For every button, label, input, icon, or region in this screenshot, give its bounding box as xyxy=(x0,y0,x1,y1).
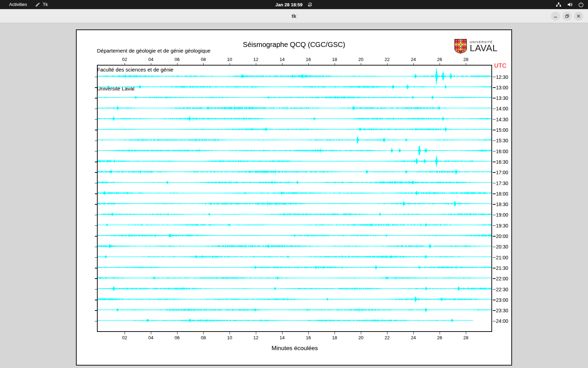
x-tick-label-top: 02 xyxy=(122,57,127,62)
trace-tick-right xyxy=(493,268,496,268)
x-tick-bottom xyxy=(413,332,414,334)
x-tick-bottom xyxy=(203,332,204,334)
x-tick-label-bottom: 06 xyxy=(175,335,180,340)
trace-tick-left xyxy=(95,130,98,130)
x-tick-top xyxy=(256,63,257,66)
trace-tick-right xyxy=(493,257,496,258)
trace-tick-left xyxy=(95,151,98,152)
trace-tick-left xyxy=(95,193,98,194)
trace-time-label: 19:30 xyxy=(496,223,508,229)
x-tick-label-bottom: 04 xyxy=(148,335,153,340)
trace-time-label: 23:30 xyxy=(496,308,508,313)
x-tick-label-top: 16 xyxy=(306,57,311,62)
trace-tick-left xyxy=(95,268,98,268)
trace-time-label: 23:00 xyxy=(496,297,508,303)
trace-tick-left xyxy=(95,310,98,311)
x-tick-top xyxy=(203,63,204,66)
trace-time-label: 13:00 xyxy=(496,85,508,90)
x-tick-bottom xyxy=(177,332,178,334)
trace-time-label: 21:30 xyxy=(496,265,508,271)
x-tick-top xyxy=(440,63,440,66)
x-tick-label-top: 26 xyxy=(437,57,442,62)
x-tick-label-bottom: 18 xyxy=(332,335,337,340)
trace-tick-left xyxy=(95,162,98,162)
close-button[interactable] xyxy=(574,12,583,21)
app-menu[interactable]: Tk xyxy=(35,0,48,9)
window-title: tk xyxy=(0,9,588,23)
trace-time-label: 18:30 xyxy=(496,202,508,207)
x-tick-label-bottom: 24 xyxy=(411,335,416,340)
trace-tick-left xyxy=(95,278,98,279)
network-icon xyxy=(556,2,561,7)
trace-tick-left xyxy=(95,321,98,322)
trace-tick-right xyxy=(493,215,496,216)
trace-time-label: 24:00 xyxy=(496,318,508,324)
trace-tick-left xyxy=(95,257,98,258)
system-status-area[interactable] xyxy=(556,0,584,9)
trace-time-label: 18:00 xyxy=(496,191,508,197)
trace-tick-left xyxy=(95,215,98,216)
x-tick-bottom xyxy=(440,332,440,334)
trace-time-label: 19:00 xyxy=(496,212,508,218)
seismograph-canvas-panel: Département de géologie et de génie géol… xyxy=(76,29,512,366)
trace-time-label: 20:30 xyxy=(496,244,508,250)
maximize-button[interactable] xyxy=(562,12,572,21)
clock[interactable]: Jan 28 18:59 xyxy=(275,2,302,7)
x-tick-label-top: 04 xyxy=(148,57,153,62)
trace-time-label: 22:00 xyxy=(496,276,508,281)
x-tick-top xyxy=(335,63,335,66)
logo-line-2: LAVAL xyxy=(470,44,498,52)
trace-tick-left xyxy=(95,289,98,290)
x-tick-label-bottom: 02 xyxy=(122,335,127,340)
x-tick-label-top: 08 xyxy=(201,57,206,62)
x-tick-label-top: 28 xyxy=(463,57,468,62)
x-tick-top xyxy=(151,63,152,66)
x-tick-bottom xyxy=(256,332,257,334)
x-tick-label-top: 06 xyxy=(175,57,180,62)
x-tick-label-top: 14 xyxy=(280,57,285,62)
x-tick-bottom xyxy=(361,332,362,334)
trace-tick-left xyxy=(95,247,98,247)
trace-tick-right xyxy=(493,289,496,290)
page-title: Séismographe QCQ (CGC/GSC) xyxy=(77,41,511,49)
trace-tick-right xyxy=(493,87,496,88)
x-tick-bottom xyxy=(125,332,125,334)
trace-tick-right xyxy=(493,310,496,311)
seismogram-plot-box xyxy=(97,65,492,332)
notifications-muted-icon xyxy=(307,2,313,7)
trace-tick-right xyxy=(493,130,496,130)
x-axis-title: Minutes écoulées xyxy=(77,345,513,352)
utc-label: UTC xyxy=(494,62,506,69)
x-tick-label-bottom: 14 xyxy=(280,335,285,340)
trace-tick-right xyxy=(493,321,496,322)
trace-tick-right xyxy=(493,98,496,98)
x-tick-label-bottom: 16 xyxy=(306,335,311,340)
trace-time-label: 16:30 xyxy=(496,159,508,165)
trace-tick-left xyxy=(95,141,98,141)
x-tick-top xyxy=(466,63,467,66)
x-tick-top xyxy=(282,63,283,66)
laval-shield-icon xyxy=(454,39,467,55)
trace-tick-right xyxy=(493,172,496,173)
window-title-bar[interactable]: tk xyxy=(0,9,588,23)
x-tick-top xyxy=(125,63,125,66)
x-tick-label-bottom: 26 xyxy=(437,335,442,340)
trace-tick-right xyxy=(493,151,496,152)
trace-tick-left xyxy=(95,183,98,184)
x-tick-label-top: 12 xyxy=(253,57,258,62)
trace-tick-right xyxy=(493,278,496,279)
x-tick-label-bottom: 08 xyxy=(201,335,206,340)
trace-tick-right xyxy=(493,183,496,184)
trace-tick-right xyxy=(493,247,496,247)
trace-time-label: 17:00 xyxy=(496,170,508,175)
x-tick-bottom xyxy=(335,332,335,334)
x-tick-label-top: 10 xyxy=(227,57,232,62)
app-menu-label: Tk xyxy=(43,0,48,9)
trace-tick-left xyxy=(95,109,98,109)
universite-laval-logo: UNIVERSITÉ LAVAL xyxy=(454,39,498,55)
x-tick-bottom xyxy=(387,332,388,334)
activities-button[interactable]: Activities xyxy=(5,0,31,9)
x-tick-top xyxy=(177,63,178,66)
x-tick-top xyxy=(387,63,388,66)
minimize-button[interactable] xyxy=(551,12,560,21)
